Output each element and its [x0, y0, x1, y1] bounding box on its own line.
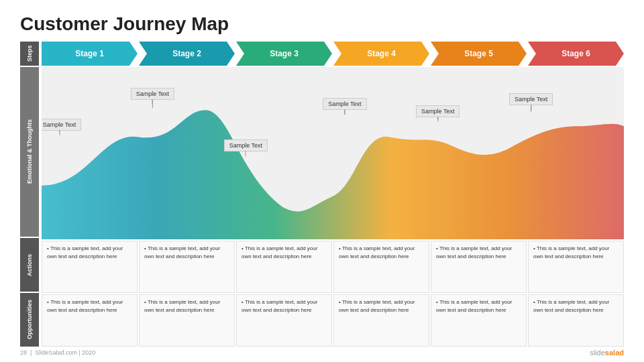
- action-cell-6: This is a sample text, add your own text…: [528, 241, 624, 293]
- callout-text-2: Sample Text: [131, 88, 174, 100]
- callout-6: Sample Text: [531, 93, 531, 112]
- callout-2: Sample Text: [152, 88, 153, 108]
- callout-text-3: Sample Text: [224, 139, 268, 152]
- side-labels: Steps Emotional & Thoughts Actions Oppor…: [20, 42, 39, 347]
- callout-3: Sample Text: [246, 139, 246, 149]
- stage-2-arrow: Stage 2: [139, 42, 235, 66]
- callout-5: Sample Text: [437, 105, 438, 120]
- page-title: Customer Journey Map: [20, 13, 624, 35]
- stage-4-arrow: Stage 4: [333, 42, 429, 66]
- opp-cell-2: This is a sample text, add your own text…: [139, 294, 235, 347]
- actions-label: Actions: [20, 238, 39, 292]
- slide: Customer Journey Map Steps Emotional & T…: [0, 0, 644, 362]
- actions-row: This is a sample text, add your own text…: [42, 241, 624, 293]
- page-number: 28 | SlideSalad.com | 2020: [20, 349, 95, 356]
- stage-1-arrow: Stage 1: [42, 42, 138, 66]
- footer: 28 | SlideSalad.com | 2020 slidesalad: [20, 349, 624, 357]
- callout-4: Sample Text: [344, 98, 345, 115]
- main-content: Steps Emotional & Thoughts Actions Oppor…: [20, 42, 624, 347]
- opp-cell-6: This is a sample text, add your own text…: [528, 294, 624, 347]
- stage-5-arrow: Stage 5: [431, 42, 527, 66]
- opportunities-row: This is a sample text, add your own text…: [42, 294, 624, 347]
- emotional-label: Emotional & Thoughts: [20, 67, 39, 237]
- callout-text-4: Sample Text: [323, 98, 366, 110]
- opp-cell-4: This is a sample text, add your own text…: [333, 294, 429, 347]
- callout-1: Sample Text: [59, 119, 60, 132]
- action-cell-2: This is a sample text, add your own text…: [139, 241, 235, 293]
- action-cell-4: This is a sample text, add your own text…: [333, 241, 429, 293]
- stages-row: Stage 1 Stage 2 Stage 3 Stage 4 Stage 5 …: [42, 42, 624, 66]
- steps-label: Steps: [20, 42, 39, 66]
- callout-text-5: Sample Text: [416, 105, 460, 117]
- action-cell-5: This is a sample text, add your own text…: [431, 241, 527, 293]
- stage-6-arrow: Stage 6: [528, 42, 624, 66]
- opportunities-label: Opportunities: [20, 293, 39, 347]
- opp-cell-3: This is a sample text, add your own text…: [236, 294, 332, 347]
- action-cell-1: This is a sample text, add your own text…: [42, 241, 138, 293]
- stage-3-arrow: Stage 3: [236, 42, 332, 66]
- callout-text-6: Sample Text: [509, 93, 553, 105]
- content-area: Stage 1 Stage 2 Stage 3 Stage 4 Stage 5 …: [42, 42, 624, 347]
- opp-cell-1: This is a sample text, add your own text…: [42, 294, 138, 347]
- callout-text-1: Sample Text: [42, 119, 81, 131]
- action-cell-3: This is a sample text, add your own text…: [236, 241, 332, 293]
- footer-logo: slidesalad: [590, 349, 624, 357]
- opp-cell-5: This is a sample text, add your own text…: [431, 294, 527, 347]
- emotional-area: Sample Text Sample Text Sample Text Samp…: [42, 67, 624, 239]
